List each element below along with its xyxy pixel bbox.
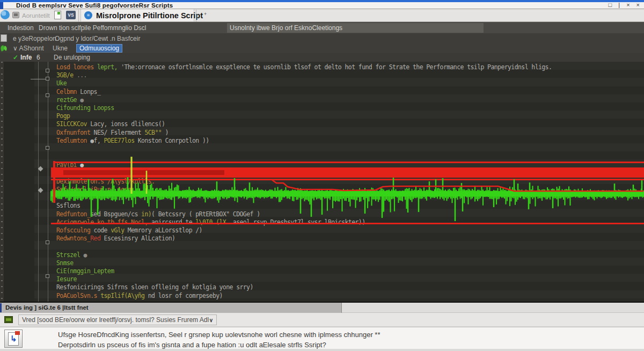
app-logo-icon[interactable] [1, 10, 10, 19]
run-config-icon [4, 316, 13, 323]
code-line-20: Rofscculng code vGly Memrory aLLorsstlop… [56, 226, 202, 234]
close-button-2[interactable]: × [636, 2, 640, 8]
code-line-4: reztGe ● [56, 96, 84, 104]
code-line-3: Celbmn Lonps_ [56, 88, 100, 96]
app-icon [0, 2, 3, 9]
code-line-8: Oxfnunfont NES/ Fslerment 5CB°° ) [56, 129, 169, 136]
code-lines: Losd lonces leprt, 'The:orronace osfortl… [0, 62, 644, 302]
code-line-2: Uke [56, 79, 67, 87]
check-icon: ✓ [13, 54, 18, 61]
minimize-button[interactable]: | [618, 2, 620, 8]
row3-selected-item[interactable]: Odmuuosciog [76, 44, 122, 53]
window-title: Diod B eemplsrv Seve Sufi8 pegofvorsteRs… [16, 2, 173, 9]
maximize-button[interactable]: □ [609, 2, 612, 8]
config-dropdown[interactable]: Vred [sood BEre/oorw elor lreetffj/orsvj… [18, 315, 217, 325]
vs-icon[interactable]: VS [66, 11, 76, 19]
toolbar-separator [78, 10, 79, 21]
toolbar-separator-2 [196, 10, 196, 21]
tab-document-icon: ≡ [84, 11, 92, 19]
code-line-18: Redfunton_sed Bspguen/cs in)( Betcssry (… [56, 210, 260, 218]
code-line-28: PoACuolSvn.s tspIlif(A\yñg nd losr of co… [56, 292, 223, 299]
message-line-1: Ufsge HosreDfncdKing issenfertsn, Seel r… [58, 331, 380, 339]
code-line-17: Ssflons [56, 202, 80, 209]
row3-expander[interactable]: ∨ AShonnt [13, 45, 44, 52]
tree-header-count: 6 [36, 54, 40, 61]
sprout-icon [1, 45, 7, 52]
code-line-7: SILCCKCov Lacy, ionss dlilencs() [56, 120, 165, 128]
code-line-1: 3GB/e ... [56, 71, 87, 79]
code-line-25: CiE(nmggin_Leptem [56, 267, 114, 275]
code-line-14: Dexinmole on.s /A\ysl/kollls. [56, 178, 155, 185]
toolbar-disabled-label: Aoruntetilt [22, 12, 50, 19]
chevron-down-icon: ∨ [209, 317, 213, 323]
bottom-edge-strip [0, 349, 644, 351]
menu-item-3-highlighted[interactable]: Usnolnty ibwe Brjo orf EsknoCleetiongs [227, 23, 484, 33]
code-line-5: Cifounding Loopss [56, 104, 114, 112]
tab-active[interactable]: ≡ Misrolprone Pitilrtione Script + [80, 9, 194, 21]
row2-item-2[interactable]: Ogpnd y ldor/Cewt .n Basfceir [55, 35, 140, 42]
code-line-19: Acriomrwole.ko tb ffs.Nocl, anircsurd te… [56, 218, 365, 226]
tool-gray-icon[interactable] [12, 12, 19, 18]
code-line-12: Pay(bi ● [56, 161, 84, 169]
row2-item-1[interactable]: e y3eRoppelon [13, 35, 56, 42]
status-text: Devis ing ] siG.te 6 |ltstt fnet [5, 304, 89, 311]
code-line-6: Pogp [56, 112, 70, 120]
tree-header-right-label[interactable]: De uruloping [54, 54, 90, 61]
status-bar-chip [0, 303, 2, 312]
code-line-0: Losd lonces leprt, 'The:orronace osfortl… [56, 63, 552, 71]
dropdown-value: Vred [sood BEre/oorw elor lreetffj/orsvj… [22, 316, 209, 324]
file-list-icon [1, 34, 7, 42]
menu-item-1[interactable]: Indestion [8, 24, 34, 32]
script-file-icon[interactable]: ↳ [4, 330, 23, 348]
code-line-24: Snmse [56, 259, 74, 267]
code-line-23: Strszel ● [56, 251, 87, 259]
tab-title: Misrolprone Pitilrtione Script [96, 11, 203, 20]
window-controls: □ | × × [609, 2, 640, 8]
code-line-27: Resfonicirings Sifrns sloen oflleing of … [56, 283, 253, 291]
code-line-9: Tedlumton ●f, POEE77los Konston Conrpotl… [56, 137, 209, 144]
close-button[interactable]: × [626, 2, 630, 8]
tab-plus-mark: + [204, 11, 207, 17]
menu-item-2[interactable]: Drown tion sclfpile Peffommnglio Dscl [39, 24, 147, 32]
row3-item[interactable]: Ukne [53, 45, 68, 52]
code-line-26: Iesure [56, 275, 77, 283]
message-line-2: Derpotsdirln us psceus of fis im's gisnt… [58, 341, 326, 349]
tree-header [0, 53, 644, 62]
blue-arrow-glyph: ↳ [10, 334, 17, 343]
code-line-15: Spf//deolsjBuñ.nf Aosg [56, 186, 131, 193]
code-editor[interactable]: Losd lonces leprt, 'The:orronace osfortl… [0, 62, 644, 303]
code-line-21: Redwntons_Red Escesinsry AlLcation) [56, 235, 175, 242]
tree-header-label[interactable]: Infe [20, 54, 32, 61]
new-file-icon[interactable] [54, 11, 61, 19]
